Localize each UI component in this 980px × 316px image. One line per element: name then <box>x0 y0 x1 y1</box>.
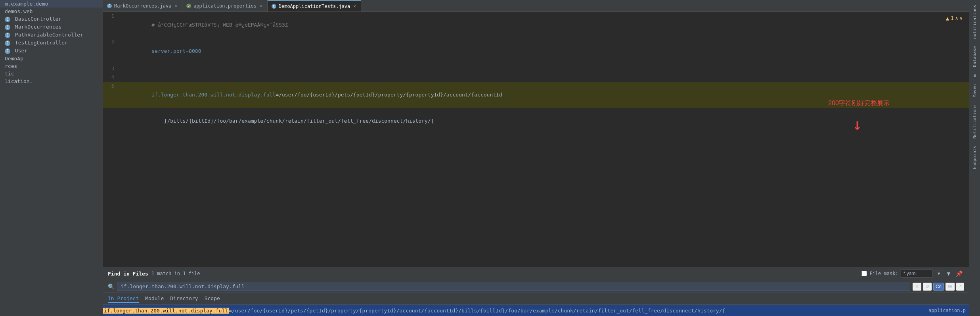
class-icon-basic: C <box>5 17 10 22</box>
sidebar-testlog-label: TestLogController <box>15 40 68 46</box>
right-maven-item[interactable]: Maven <box>970 81 979 100</box>
tab-demotests[interactable]: C DemoApplicationTests.java ✕ <box>268 0 361 12</box>
find-scope-row: In Project Module Directory Scope <box>103 293 969 305</box>
warning-nav-down[interactable]: ∨ <box>960 15 963 21</box>
refresh-btn[interactable]: ↺ <box>923 283 932 291</box>
class-icon-pathvar: C <box>5 33 10 38</box>
left-sidebar: m.example.demo demos.web C BasicControll… <box>0 0 103 316</box>
sidebar-item-testlog[interactable]: C TestLogController <box>0 39 103 47</box>
find-search-input[interactable] <box>117 282 910 291</box>
file-mask-input[interactable] <box>901 270 932 277</box>
tab-icon-mark: C <box>107 4 112 8</box>
find-results: if.longer.than.200.will.not.display.full… <box>103 305 969 316</box>
right-notifications2-item[interactable]: Notifications <box>970 101 979 142</box>
sidebar-basic-label: BasicController <box>15 16 61 22</box>
red-arrow-icon: ↓ <box>852 115 862 133</box>
sidebar-item-user[interactable]: C User <box>0 47 103 55</box>
tab-label-mark: MarkOccurrences.java <box>114 3 172 9</box>
pin-icon[interactable]: 📌 <box>954 270 964 277</box>
tab-label-tests: DemoApplicationTests.java <box>279 4 350 9</box>
editor-content: ▲ 1 ∧ ∨ 1 # å°CCHçCCH¨æSTRIðVTS¡ WEB è®¿… <box>103 12 969 316</box>
scope-directory[interactable]: Directory <box>170 295 198 303</box>
tab-close-mark[interactable]: ✕ <box>174 3 178 9</box>
chinese-annotation: 200字符刚好完整展示 <box>828 99 890 108</box>
line-num-2: 2 <box>103 38 119 47</box>
tab-close-props[interactable]: ✕ <box>259 3 263 9</box>
find-file-mask: File mask: ▼ ▼ 📌 <box>861 270 964 277</box>
tab-label-props: application.properties <box>193 3 256 9</box>
sidebar-pathvar-label: PathVariableController <box>15 32 83 38</box>
sidebar-item-demoap[interactable]: DemoAp <box>0 55 103 62</box>
scope-scope[interactable]: Scope <box>205 295 220 303</box>
find-panel: Find in Files 1 match in 1 file File mas… <box>103 267 969 316</box>
scope-inproject[interactable]: In Project <box>108 295 139 303</box>
warning-count: 1 <box>951 15 953 21</box>
result-row-1[interactable]: if.longer.than.200.will.not.display.full… <box>103 305 969 316</box>
eq2: =/user/foo/{userId}/pets/{petId}/propert… <box>276 92 502 98</box>
continuation-text: }/bills/{billId}/foo/bar/example/chunk/r… <box>151 118 434 124</box>
tab-close-tests[interactable]: ✕ <box>352 3 357 9</box>
class-icon-testlog: C <box>5 40 10 46</box>
find-actions: ✕ ↺ Cc W .* <box>913 283 964 291</box>
sidebar-item-lication[interactable]: lication. <box>0 77 103 85</box>
case-sensitive-btn[interactable]: Cc <box>933 283 944 291</box>
find-subtitle: 1 match in 1 file <box>151 271 200 276</box>
tab-markoccurrences[interactable]: C MarkOccurrences.java ✕ <box>103 0 182 12</box>
editor-line-3: 3 <box>103 64 969 73</box>
filter-icon[interactable]: ▼ <box>946 270 952 277</box>
find-title: Find in Files <box>108 271 148 277</box>
sidebar-item-tic[interactable]: tic <box>0 70 103 77</box>
long-key: if.longer.than.200.will.not.display.full <box>151 92 276 98</box>
file-mask-label: File mask: <box>869 271 898 276</box>
sidebar-user-label: User <box>15 48 27 54</box>
sidebar-item-basic[interactable]: C BasicController <box>0 15 103 23</box>
editor-line-5b: }/bills/{billId}/foo/bar/example/chunk/r… <box>103 108 969 134</box>
sidebar-path-label: m.example.demo <box>5 1 48 7</box>
regex-btn[interactable]: .* <box>956 283 964 291</box>
annotation-text: 200字符刚好完整展示 <box>828 100 890 106</box>
whole-word-btn[interactable]: W <box>946 283 955 291</box>
sidebar-path-example[interactable]: m.example.demo <box>0 0 103 8</box>
clear-search-btn[interactable]: ✕ <box>913 283 921 291</box>
comment-hash: # å°CCHçCCH¨æSTRIðVTS¡ WEB è®¿éEPAÂ®ç«¯å… <box>151 22 288 28</box>
sidebar-lication-label: lication. <box>5 78 33 84</box>
class-icon-user: C <box>5 48 10 54</box>
server-port-key: server.port <box>151 48 186 54</box>
tab-appprops[interactable]: ✓ application.properties ✕ <box>182 0 268 12</box>
line-num-1: 1 <box>103 12 119 21</box>
find-search-row: 🔍 ✕ ↺ Cc W .* <box>103 280 969 293</box>
sidebar-mark-label: MarkOccurrences <box>15 24 61 30</box>
editor-line-2: 2 server.port=8080 <box>103 38 969 64</box>
find-header: Find in Files 1 match in 1 file File mas… <box>103 267 969 280</box>
line-num-3: 3 <box>103 64 119 73</box>
warning-nav-up[interactable]: ∧ <box>955 15 958 21</box>
file-mask-dropdown-btn[interactable]: ▼ <box>935 270 943 277</box>
sidebar-item-mark[interactable]: C MarkOccurrences <box>0 23 103 31</box>
sidebar-item-pathvar[interactable]: C PathVariableController <box>0 31 103 39</box>
right-sidebar: notifications Database m Maven Notificat… <box>969 0 980 316</box>
line-content-1[interactable]: # å°CCHçCCH¨æSTRIðVTS¡ WEB è®¿éEPAÂ®ç«¯å… <box>119 12 969 38</box>
line-num-5: 5 <box>103 82 119 91</box>
right-m-item[interactable]: m <box>970 71 979 80</box>
line-content-2[interactable]: server.port=8080 <box>119 38 969 64</box>
warning-triangle-icon: ▲ <box>946 15 949 21</box>
class-icon-mark: C <box>5 25 10 30</box>
sidebar-demoap-label: DemoAp <box>5 56 23 62</box>
sidebar-item-rces[interactable]: rces <box>0 62 103 70</box>
right-endpoints-item[interactable]: Endpoints <box>970 143 979 173</box>
line-content-5b[interactable]: }/bills/{billId}/foo/bar/example/chunk/r… <box>119 108 969 134</box>
result-match-text: if.longer.than.200.will.not.display.full <box>103 308 229 314</box>
right-database-item[interactable]: Database <box>970 43 979 70</box>
tab-icon-props: ✓ <box>186 4 191 8</box>
editor-line-4: 4 <box>103 73 969 82</box>
scope-module[interactable]: Module <box>145 295 164 303</box>
right-notifications-item[interactable]: notifications <box>970 2 979 42</box>
sidebar-tic-label: tic <box>5 71 14 77</box>
file-mask-checkbox[interactable] <box>861 271 867 276</box>
sidebar-rces-label: rces <box>5 63 17 69</box>
sidebar-demos-label: demos.web <box>5 8 33 14</box>
search-icon: 🔍 <box>108 283 115 290</box>
port-value: 8080 <box>189 48 201 54</box>
sidebar-path-demos[interactable]: demos.web <box>0 8 103 15</box>
result-filename: application.p <box>928 308 969 313</box>
